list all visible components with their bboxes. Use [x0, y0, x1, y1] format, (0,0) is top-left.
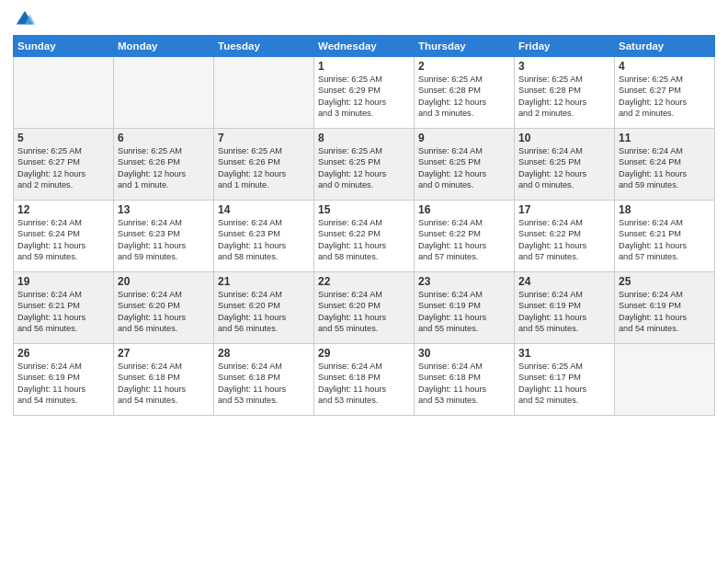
day-info: Sunrise: 6:24 AM Sunset: 6:20 PM Dayligh…	[118, 289, 210, 335]
calendar-cell: 16Sunrise: 6:24 AM Sunset: 6:22 PM Dayli…	[415, 201, 515, 272]
day-number: 27	[118, 347, 210, 360]
calendar-cell: 17Sunrise: 6:24 AM Sunset: 6:22 PM Dayli…	[515, 201, 615, 272]
calendar-cell: 5Sunrise: 6:25 AM Sunset: 6:27 PM Daylig…	[14, 129, 114, 201]
calendar-cell: 18Sunrise: 6:24 AM Sunset: 6:21 PM Dayli…	[615, 201, 715, 272]
day-info: Sunrise: 6:24 AM Sunset: 6:20 PM Dayligh…	[318, 289, 410, 335]
calendar-cell	[14, 57, 114, 129]
day-info: Sunrise: 6:24 AM Sunset: 6:21 PM Dayligh…	[17, 289, 109, 335]
day-info: Sunrise: 6:25 AM Sunset: 6:17 PM Dayligh…	[518, 361, 610, 407]
day-number: 6	[118, 132, 210, 144]
day-info: Sunrise: 6:24 AM Sunset: 6:19 PM Dayligh…	[17, 361, 109, 407]
calendar-cell: 29Sunrise: 6:24 AM Sunset: 6:18 PM Dayli…	[314, 344, 415, 416]
day-info: Sunrise: 6:24 AM Sunset: 6:23 PM Dayligh…	[118, 217, 210, 263]
col-header-thursday: Thursday	[415, 36, 515, 57]
day-info: Sunrise: 6:24 AM Sunset: 6:20 PM Dayligh…	[218, 289, 310, 335]
day-info: Sunrise: 6:25 AM Sunset: 6:26 PM Dayligh…	[218, 145, 310, 191]
day-number: 12	[17, 203, 109, 216]
calendar-cell: 26Sunrise: 6:24 AM Sunset: 6:19 PM Dayli…	[14, 344, 114, 416]
col-header-monday: Monday	[114, 36, 214, 57]
day-info: Sunrise: 6:24 AM Sunset: 6:22 PM Dayligh…	[418, 217, 510, 263]
calendar-cell: 15Sunrise: 6:24 AM Sunset: 6:22 PM Dayli…	[314, 201, 415, 272]
day-number: 20	[118, 275, 210, 288]
calendar-cell: 10Sunrise: 6:24 AM Sunset: 6:25 PM Dayli…	[515, 129, 615, 201]
day-number: 14	[218, 203, 310, 216]
calendar-week-row: 1Sunrise: 6:25 AM Sunset: 6:29 PM Daylig…	[14, 57, 715, 129]
day-info: Sunrise: 6:24 AM Sunset: 6:24 PM Dayligh…	[619, 145, 711, 191]
day-info: Sunrise: 6:25 AM Sunset: 6:29 PM Dayligh…	[318, 74, 410, 120]
day-number: 24	[518, 275, 610, 288]
day-number: 31	[518, 347, 610, 360]
calendar-cell: 9Sunrise: 6:24 AM Sunset: 6:25 PM Daylig…	[415, 129, 515, 201]
day-info: Sunrise: 6:25 AM Sunset: 6:25 PM Dayligh…	[318, 145, 410, 191]
day-info: Sunrise: 6:24 AM Sunset: 6:19 PM Dayligh…	[418, 289, 510, 335]
calendar-cell	[615, 344, 715, 416]
day-number: 7	[218, 132, 310, 144]
day-number: 28	[218, 347, 310, 360]
day-info: Sunrise: 6:25 AM Sunset: 6:28 PM Dayligh…	[518, 74, 610, 120]
calendar-cell: 25Sunrise: 6:24 AM Sunset: 6:19 PM Dayli…	[615, 272, 715, 344]
day-info: Sunrise: 6:25 AM Sunset: 6:26 PM Dayligh…	[118, 145, 210, 191]
day-number: 18	[619, 203, 711, 216]
day-info: Sunrise: 6:24 AM Sunset: 6:18 PM Dayligh…	[118, 361, 210, 407]
day-info: Sunrise: 6:24 AM Sunset: 6:23 PM Dayligh…	[218, 217, 310, 263]
day-number: 13	[118, 203, 210, 216]
day-number: 5	[17, 132, 109, 144]
calendar-cell: 28Sunrise: 6:24 AM Sunset: 6:18 PM Dayli…	[214, 344, 314, 416]
col-header-sunday: Sunday	[14, 36, 114, 57]
col-header-saturday: Saturday	[615, 36, 715, 57]
calendar-week-row: 26Sunrise: 6:24 AM Sunset: 6:19 PM Dayli…	[14, 344, 715, 416]
calendar-cell: 8Sunrise: 6:25 AM Sunset: 6:25 PM Daylig…	[314, 129, 415, 201]
day-number: 23	[418, 275, 510, 288]
day-number: 30	[418, 347, 510, 360]
calendar-cell: 7Sunrise: 6:25 AM Sunset: 6:26 PM Daylig…	[214, 129, 314, 201]
day-number: 9	[418, 132, 510, 144]
day-number: 19	[17, 275, 109, 288]
calendar-cell: 14Sunrise: 6:24 AM Sunset: 6:23 PM Dayli…	[214, 201, 314, 272]
day-number: 17	[518, 203, 610, 216]
day-number: 29	[318, 347, 410, 360]
calendar-cell	[214, 57, 314, 129]
day-number: 16	[418, 203, 510, 216]
calendar-cell	[114, 57, 214, 129]
page: SundayMondayTuesdayWednesdayThursdayFrid…	[0, 0, 728, 563]
calendar-cell: 24Sunrise: 6:24 AM Sunset: 6:19 PM Dayli…	[515, 272, 615, 344]
day-number: 1	[318, 60, 410, 73]
calendar-week-row: 5Sunrise: 6:25 AM Sunset: 6:27 PM Daylig…	[14, 129, 715, 201]
day-number: 2	[418, 60, 510, 73]
calendar-cell: 1Sunrise: 6:25 AM Sunset: 6:29 PM Daylig…	[314, 57, 415, 129]
day-info: Sunrise: 6:25 AM Sunset: 6:27 PM Dayligh…	[619, 74, 711, 120]
day-number: 22	[318, 275, 410, 288]
day-info: Sunrise: 6:24 AM Sunset: 6:22 PM Dayligh…	[518, 217, 610, 263]
calendar-cell: 13Sunrise: 6:24 AM Sunset: 6:23 PM Dayli…	[114, 201, 214, 272]
day-info: Sunrise: 6:24 AM Sunset: 6:19 PM Dayligh…	[518, 289, 610, 335]
logo-icon	[15, 9, 35, 29]
col-header-friday: Friday	[515, 36, 615, 57]
calendar-week-row: 19Sunrise: 6:24 AM Sunset: 6:21 PM Dayli…	[14, 272, 715, 344]
day-info: Sunrise: 6:24 AM Sunset: 6:18 PM Dayligh…	[418, 361, 510, 407]
calendar-cell: 30Sunrise: 6:24 AM Sunset: 6:18 PM Dayli…	[415, 344, 515, 416]
header	[13, 9, 715, 29]
day-number: 10	[518, 132, 610, 144]
calendar-cell: 12Sunrise: 6:24 AM Sunset: 6:24 PM Dayli…	[14, 201, 114, 272]
day-info: Sunrise: 6:24 AM Sunset: 6:18 PM Dayligh…	[218, 361, 310, 407]
calendar-week-row: 12Sunrise: 6:24 AM Sunset: 6:24 PM Dayli…	[14, 201, 715, 272]
calendar-header-row: SundayMondayTuesdayWednesdayThursdayFrid…	[14, 36, 715, 57]
day-number: 26	[17, 347, 109, 360]
day-number: 3	[518, 60, 610, 73]
day-number: 21	[218, 275, 310, 288]
day-number: 11	[619, 132, 711, 144]
calendar-cell: 22Sunrise: 6:24 AM Sunset: 6:20 PM Dayli…	[314, 272, 415, 344]
day-number: 15	[318, 203, 410, 216]
calendar-cell: 31Sunrise: 6:25 AM Sunset: 6:17 PM Dayli…	[515, 344, 615, 416]
day-info: Sunrise: 6:25 AM Sunset: 6:28 PM Dayligh…	[418, 74, 510, 120]
calendar-cell: 20Sunrise: 6:24 AM Sunset: 6:20 PM Dayli…	[114, 272, 214, 344]
calendar-cell: 2Sunrise: 6:25 AM Sunset: 6:28 PM Daylig…	[415, 57, 515, 129]
day-number: 4	[619, 60, 711, 73]
day-info: Sunrise: 6:24 AM Sunset: 6:25 PM Dayligh…	[418, 145, 510, 191]
calendar-cell: 23Sunrise: 6:24 AM Sunset: 6:19 PM Dayli…	[415, 272, 515, 344]
day-info: Sunrise: 6:24 AM Sunset: 6:18 PM Dayligh…	[318, 361, 410, 407]
calendar-cell: 21Sunrise: 6:24 AM Sunset: 6:20 PM Dayli…	[214, 272, 314, 344]
calendar-cell: 11Sunrise: 6:24 AM Sunset: 6:24 PM Dayli…	[615, 129, 715, 201]
calendar-cell: 19Sunrise: 6:24 AM Sunset: 6:21 PM Dayli…	[14, 272, 114, 344]
calendar-cell: 27Sunrise: 6:24 AM Sunset: 6:18 PM Dayli…	[114, 344, 214, 416]
